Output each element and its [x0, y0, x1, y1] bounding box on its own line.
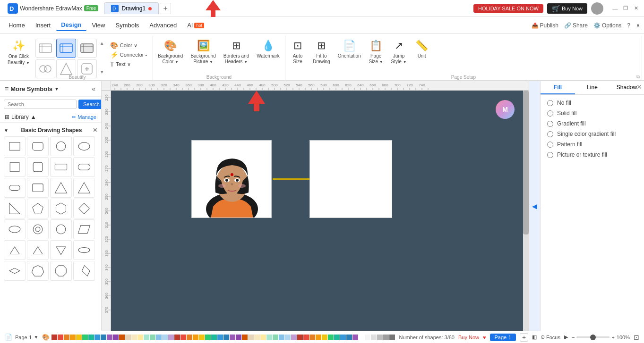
zoom-out-btn[interactable]: −: [572, 335, 575, 340]
palette-color-cell[interactable]: [254, 335, 260, 340]
palette-color-cell[interactable]: [131, 335, 137, 340]
help-btn[interactable]: ?: [627, 22, 630, 29]
palette-color-cell[interactable]: [389, 335, 395, 340]
pattern-fill-option[interactable]: Pattern fill: [547, 141, 637, 148]
shape-small-triangle-right[interactable]: [27, 240, 49, 260]
menu-symbols[interactable]: Symbols: [111, 20, 144, 31]
holiday-btn[interactable]: HOLIDAY SALE ON NOW: [473, 4, 543, 13]
palette-color-cell[interactable]: [162, 335, 168, 340]
fill-tab[interactable]: Fill: [541, 81, 575, 94]
palette-color-cell[interactable]: [371, 335, 377, 340]
palette-color-cell[interactable]: [303, 335, 309, 340]
palette-color-cell[interactable]: [211, 335, 217, 340]
orientation-btn[interactable]: 📄 Orientation: [335, 38, 364, 61]
palette-color-cell[interactable]: [359, 335, 364, 340]
palette-color-cell[interactable]: [352, 335, 358, 340]
palette-color-cell[interactable]: [236, 335, 241, 340]
shape-small-triangle[interactable]: [4, 240, 26, 260]
shape-stadium[interactable]: [4, 178, 26, 198]
menu-view[interactable]: View: [87, 20, 110, 31]
style-btn-1[interactable]: [35, 39, 55, 58]
shape-hexagon[interactable]: [50, 199, 72, 218]
shape-rectangle[interactable]: [4, 136, 26, 156]
scrollbar-thumb[interactable]: [523, 91, 529, 234]
status-buy-now[interactable]: Buy Now: [458, 335, 479, 340]
shape-ellipse[interactable]: [73, 136, 95, 156]
palette-color-cell[interactable]: [137, 335, 143, 340]
page-setup-expand-icon[interactable]: ⧉: [636, 74, 640, 80]
diagram-box-left[interactable]: [191, 140, 272, 218]
page-size-btn[interactable]: 📋 PageSize ▼: [366, 38, 386, 67]
shape-octagon[interactable]: [50, 261, 72, 281]
scrollbar-vertical[interactable]: [523, 91, 529, 331]
play-btn[interactable]: ▶: [564, 334, 568, 340]
palette-color-cell[interactable]: [107, 335, 112, 340]
palette-color-cell[interactable]: [322, 335, 327, 340]
shape-square[interactable]: [4, 157, 26, 177]
palette-color-cell[interactable]: [291, 335, 297, 340]
palette-color-cell[interactable]: [125, 335, 131, 340]
unit-btn[interactable]: 📏 Unit: [412, 38, 432, 61]
shape-oval-h[interactable]: [4, 219, 26, 239]
menu-ai[interactable]: AI hot: [182, 20, 209, 31]
menu-design[interactable]: Design: [56, 19, 86, 31]
palette-color-cell[interactable]: [334, 335, 340, 340]
zoom-slider[interactable]: [576, 336, 610, 338]
palette-color-cell[interactable]: [113, 335, 119, 340]
palette-color-cell[interactable]: [52, 335, 57, 340]
gradient-fill-option[interactable]: Gradient fill: [547, 120, 637, 127]
connector-option-btn[interactable]: ⚡ Connector -: [107, 50, 150, 59]
palette-color-cell[interactable]: [266, 335, 272, 340]
shape-rect-wide[interactable]: [50, 157, 72, 177]
palette-color-cell[interactable]: [205, 335, 211, 340]
fit-page-btn[interactable]: ⊡: [634, 334, 639, 341]
menu-advanced[interactable]: Advanced: [145, 20, 181, 31]
palette-color-cell[interactable]: [101, 335, 106, 340]
shape-triangle-right[interactable]: [73, 178, 95, 198]
palette-color-cell[interactable]: [248, 335, 254, 340]
palette-color-cell[interactable]: [383, 335, 389, 340]
add-tab-button[interactable]: +: [160, 3, 171, 14]
shape-right-triangle[interactable]: [4, 199, 26, 218]
palette-color-cell[interactable]: [273, 335, 278, 340]
shape-circle-outline[interactable]: [50, 219, 72, 239]
palette-color-cell[interactable]: [377, 335, 383, 340]
jump-style-btn[interactable]: ↗ JumpStyle ▼: [388, 38, 410, 67]
share-btn[interactable]: 🔗 Share: [564, 22, 588, 29]
auto-size-btn[interactable]: ⊡ AutoSize: [287, 38, 308, 67]
shape-rounded-wide[interactable]: [73, 157, 95, 177]
library-title[interactable]: ⊞ Library ▲: [5, 114, 36, 120]
shapes-section-header[interactable]: ▼ Basic Drawing Shapes ✕: [4, 125, 97, 136]
palette-color-cell[interactable]: [174, 335, 180, 340]
palette-color-cell[interactable]: [285, 335, 291, 340]
shape-rect-rounded-less[interactable]: [27, 178, 49, 198]
collapse-left-btn[interactable]: «: [91, 84, 96, 93]
palette-color-cell[interactable]: [70, 335, 76, 340]
palette-color-cell[interactable]: [76, 335, 82, 340]
add-page-btn[interactable]: +: [520, 333, 528, 342]
palette-color-cell[interactable]: [64, 335, 69, 340]
palette-color-cell[interactable]: [94, 335, 100, 340]
collapse-ribbon-btn[interactable]: ∧: [636, 22, 640, 29]
menu-home[interactable]: Home: [4, 20, 30, 31]
shape-rounded-rect[interactable]: [27, 136, 49, 156]
fit-to-drawing-btn[interactable]: ⊞ Fit toDrawing: [310, 38, 333, 67]
palette-color-cell[interactable]: [365, 335, 370, 340]
shape-rounded-square[interactable]: [27, 157, 49, 177]
bg-color-btn[interactable]: 🎨 BackgroundColor ▼: [155, 38, 186, 67]
palette-color-cell[interactable]: [260, 335, 266, 340]
shape-pentagon[interactable]: [27, 199, 49, 218]
options-btn[interactable]: ⚙️ Options: [593, 22, 621, 29]
palette-color-cell[interactable]: [144, 335, 149, 340]
shape-leaf[interactable]: [73, 240, 95, 260]
search-input[interactable]: [4, 100, 77, 109]
picture-texture-fill-option[interactable]: Picture or texture fill: [547, 151, 637, 158]
palette-color-cell[interactable]: [58, 335, 63, 340]
shape-rhombus-flat[interactable]: [4, 261, 26, 281]
buy-now-btn[interactable]: 🛒 Buy Now: [547, 3, 587, 14]
palette-color-cell[interactable]: [88, 335, 94, 340]
no-fill-option[interactable]: No fill: [547, 100, 637, 106]
shape-small-triangle-left[interactable]: [50, 240, 72, 260]
minimize-button[interactable]: —: [611, 4, 619, 13]
manage-link[interactable]: ✏ Manage: [72, 114, 96, 120]
